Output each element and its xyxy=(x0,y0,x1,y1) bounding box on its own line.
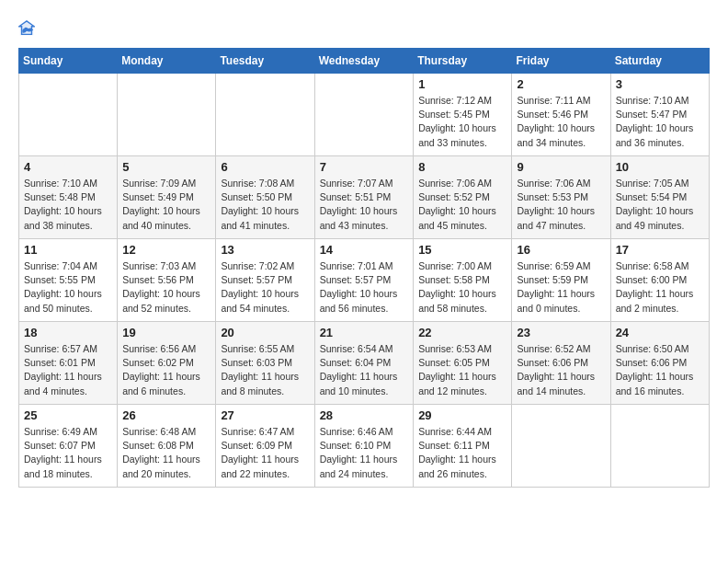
calendar-cell xyxy=(118,74,216,156)
calendar-table: SundayMondayTuesdayWednesdayThursdayFrid… xyxy=(18,48,710,488)
calendar-week-row: 4Sunrise: 7:10 AMSunset: 5:48 PMDaylight… xyxy=(19,156,710,239)
day-info: Sunrise: 7:04 AMSunset: 5:55 PMDaylight:… xyxy=(24,259,112,316)
day-info: Sunrise: 7:06 AMSunset: 5:53 PMDaylight:… xyxy=(517,177,605,233)
calendar-cell: 21Sunrise: 6:54 AMSunset: 6:04 PMDayligh… xyxy=(314,322,414,405)
day-number: 22 xyxy=(418,326,506,339)
day-info: Sunrise: 7:06 AMSunset: 5:52 PMDaylight:… xyxy=(418,177,506,233)
day-number: 17 xyxy=(616,243,704,257)
calendar-header-row: SundayMondayTuesdayWednesdayThursdayFrid… xyxy=(19,49,710,74)
day-number: 8 xyxy=(418,160,506,174)
day-number: 15 xyxy=(418,243,506,257)
day-info: Sunrise: 6:55 AMSunset: 6:03 PMDaylight:… xyxy=(221,342,309,398)
logo-icon xyxy=(18,20,35,37)
day-info: Sunrise: 7:12 AMSunset: 5:45 PMDaylight:… xyxy=(418,94,506,150)
day-info: Sunrise: 6:47 AMSunset: 6:09 PMDaylight:… xyxy=(221,425,309,481)
day-number: 18 xyxy=(24,326,112,339)
day-info: Sunrise: 6:46 AMSunset: 6:10 PMDaylight:… xyxy=(320,425,409,481)
day-number: 28 xyxy=(320,408,409,422)
day-info: Sunrise: 7:00 AMSunset: 5:58 PMDaylight:… xyxy=(418,259,506,316)
day-info: Sunrise: 6:56 AMSunset: 6:02 PMDaylight:… xyxy=(122,342,210,398)
day-info: Sunrise: 7:11 AMSunset: 5:46 PMDaylight:… xyxy=(517,94,605,150)
calendar-cell: 12Sunrise: 7:03 AMSunset: 5:56 PMDayligh… xyxy=(118,239,216,322)
calendar-cell: 22Sunrise: 6:53 AMSunset: 6:05 PMDayligh… xyxy=(414,322,512,405)
calendar-cell: 23Sunrise: 6:52 AMSunset: 6:06 PMDayligh… xyxy=(512,322,610,405)
calendar-cell: 2Sunrise: 7:11 AMSunset: 5:46 PMDaylight… xyxy=(512,74,610,156)
calendar-cell: 15Sunrise: 7:00 AMSunset: 5:58 PMDayligh… xyxy=(414,239,512,322)
day-info: Sunrise: 7:03 AMSunset: 5:56 PMDaylight:… xyxy=(122,259,210,316)
day-number: 13 xyxy=(221,243,309,257)
header-cell-tuesday: Tuesday xyxy=(216,49,314,74)
calendar-week-row: 18Sunrise: 6:57 AMSunset: 6:01 PMDayligh… xyxy=(19,322,710,405)
calendar-cell: 29Sunrise: 6:44 AMSunset: 6:11 PMDayligh… xyxy=(414,405,512,488)
calendar-cell xyxy=(216,74,314,156)
header-cell-saturday: Saturday xyxy=(610,49,709,74)
calendar-cell: 9Sunrise: 7:06 AMSunset: 5:53 PMDaylight… xyxy=(512,156,610,239)
day-info: Sunrise: 6:53 AMSunset: 6:05 PMDaylight:… xyxy=(418,342,506,398)
header-cell-thursday: Thursday xyxy=(414,49,512,74)
calendar-cell xyxy=(19,74,118,156)
calendar-cell: 8Sunrise: 7:06 AMSunset: 5:52 PMDaylight… xyxy=(414,156,512,239)
day-number: 27 xyxy=(221,408,309,422)
day-number: 25 xyxy=(24,408,112,422)
day-info: Sunrise: 7:10 AMSunset: 5:48 PMDaylight:… xyxy=(24,177,112,233)
calendar-cell: 11Sunrise: 7:04 AMSunset: 5:55 PMDayligh… xyxy=(19,239,118,322)
header-cell-sunday: Sunday xyxy=(19,49,118,74)
calendar-cell: 24Sunrise: 6:50 AMSunset: 6:06 PMDayligh… xyxy=(610,322,709,405)
calendar-cell: 26Sunrise: 6:48 AMSunset: 6:08 PMDayligh… xyxy=(118,405,216,488)
header xyxy=(18,18,710,40)
calendar-cell: 13Sunrise: 7:02 AMSunset: 5:57 PMDayligh… xyxy=(216,239,314,322)
day-number: 9 xyxy=(517,160,605,174)
day-info: Sunrise: 7:07 AMSunset: 5:51 PMDaylight:… xyxy=(320,177,409,233)
day-number: 11 xyxy=(24,243,112,257)
day-number: 23 xyxy=(517,326,605,339)
day-number: 14 xyxy=(320,243,409,257)
calendar-cell: 19Sunrise: 6:56 AMSunset: 6:02 PMDayligh… xyxy=(118,322,216,405)
day-info: Sunrise: 7:05 AMSunset: 5:54 PMDaylight:… xyxy=(616,177,704,233)
day-info: Sunrise: 6:44 AMSunset: 6:11 PMDaylight:… xyxy=(418,425,506,481)
day-number: 6 xyxy=(221,160,309,174)
calendar-cell: 17Sunrise: 6:58 AMSunset: 6:00 PMDayligh… xyxy=(610,239,709,322)
day-info: Sunrise: 7:09 AMSunset: 5:49 PMDaylight:… xyxy=(122,177,210,233)
day-number: 21 xyxy=(320,326,409,339)
day-info: Sunrise: 7:02 AMSunset: 5:57 PMDaylight:… xyxy=(221,259,309,316)
calendar-cell xyxy=(512,405,610,488)
day-number: 16 xyxy=(517,243,605,257)
header-cell-friday: Friday xyxy=(512,49,610,74)
day-info: Sunrise: 6:59 AMSunset: 5:59 PMDaylight:… xyxy=(517,259,605,316)
day-info: Sunrise: 7:10 AMSunset: 5:47 PMDaylight:… xyxy=(616,94,704,150)
day-number: 26 xyxy=(122,408,210,422)
header-cell-wednesday: Wednesday xyxy=(314,49,414,74)
day-info: Sunrise: 6:48 AMSunset: 6:08 PMDaylight:… xyxy=(122,425,210,481)
calendar-cell: 16Sunrise: 6:59 AMSunset: 5:59 PMDayligh… xyxy=(512,239,610,322)
day-number: 10 xyxy=(616,160,704,174)
calendar-week-row: 1Sunrise: 7:12 AMSunset: 5:45 PMDaylight… xyxy=(19,74,710,156)
day-number: 29 xyxy=(418,408,506,422)
calendar-cell: 7Sunrise: 7:07 AMSunset: 5:51 PMDaylight… xyxy=(314,156,414,239)
day-number: 7 xyxy=(320,160,409,174)
calendar-cell: 14Sunrise: 7:01 AMSunset: 5:57 PMDayligh… xyxy=(314,239,414,322)
day-number: 1 xyxy=(418,77,506,91)
calendar-cell: 3Sunrise: 7:10 AMSunset: 5:47 PMDaylight… xyxy=(610,74,709,156)
day-info: Sunrise: 6:50 AMSunset: 6:06 PMDaylight:… xyxy=(616,342,704,398)
day-number: 5 xyxy=(122,160,210,174)
calendar-cell: 27Sunrise: 6:47 AMSunset: 6:09 PMDayligh… xyxy=(216,405,314,488)
calendar-cell: 5Sunrise: 7:09 AMSunset: 5:49 PMDaylight… xyxy=(118,156,216,239)
day-info: Sunrise: 7:01 AMSunset: 5:57 PMDaylight:… xyxy=(320,259,409,316)
calendar-cell: 25Sunrise: 6:49 AMSunset: 6:07 PMDayligh… xyxy=(19,405,118,488)
calendar-week-row: 25Sunrise: 6:49 AMSunset: 6:07 PMDayligh… xyxy=(19,405,710,488)
calendar-cell xyxy=(610,405,709,488)
calendar-week-row: 11Sunrise: 7:04 AMSunset: 5:55 PMDayligh… xyxy=(19,239,710,322)
calendar-cell: 1Sunrise: 7:12 AMSunset: 5:45 PMDaylight… xyxy=(414,74,512,156)
day-number: 4 xyxy=(24,160,112,174)
calendar-cell: 6Sunrise: 7:08 AMSunset: 5:50 PMDaylight… xyxy=(216,156,314,239)
day-number: 3 xyxy=(616,77,704,91)
header-cell-monday: Monday xyxy=(118,49,216,74)
day-info: Sunrise: 6:58 AMSunset: 6:00 PMDaylight:… xyxy=(616,259,704,316)
calendar-cell: 4Sunrise: 7:10 AMSunset: 5:48 PMDaylight… xyxy=(19,156,118,239)
calendar-cell xyxy=(314,74,414,156)
logo xyxy=(18,18,37,40)
day-number: 24 xyxy=(616,326,704,339)
calendar-cell: 18Sunrise: 6:57 AMSunset: 6:01 PMDayligh… xyxy=(19,322,118,405)
day-info: Sunrise: 6:49 AMSunset: 6:07 PMDaylight:… xyxy=(24,425,112,481)
day-number: 12 xyxy=(122,243,210,257)
